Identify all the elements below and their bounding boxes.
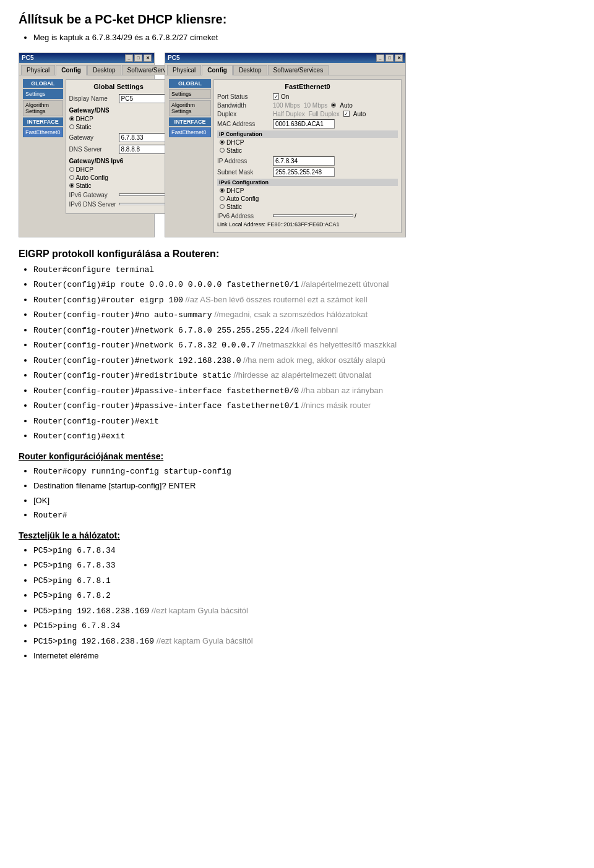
ipv6-slash: / <box>355 213 356 219</box>
tab-config-left[interactable]: Config <box>56 65 87 75</box>
ip-config-bar: IP Configuration <box>217 130 398 138</box>
ipv6-auto-row[interactable]: Auto Config <box>69 174 168 181</box>
test-code-0: PC5>ping 6.7.8.34 <box>33 546 116 555</box>
ipv6-cfg-auto-radio[interactable] <box>220 196 225 201</box>
maximize-button[interactable]: □ <box>134 54 142 62</box>
eigrp-comment-8: //ha abban az irányban <box>299 386 383 395</box>
gateway-static-row[interactable]: Static <box>69 124 168 130</box>
close-button[interactable]: ✕ <box>144 54 152 62</box>
ipv6-cfg-static-row[interactable]: Static <box>220 203 398 210</box>
tab-desktop-right[interactable]: Desktop <box>233 65 267 75</box>
right-window-titlebar: PC5 _ □ ✕ <box>165 53 405 63</box>
tab-physical-left[interactable]: Physical <box>21 65 55 75</box>
bandwidth-radios: 100 Mbps 10 Mbps Auto <box>273 102 353 109</box>
port-on-label: On <box>281 93 289 100</box>
ipv6-static-label: Static <box>76 182 92 189</box>
display-name-label: Display Name <box>69 95 119 102</box>
duplex-row: Duplex Half Duplex Full Duplex Auto <box>217 111 398 117</box>
test-item-1: PC5>ping 6.7.8.33 <box>33 559 575 572</box>
ipv6-cfg-static-radio[interactable] <box>220 204 225 209</box>
left-window-titlebar: PC5 _ □ ✕ <box>19 53 154 63</box>
ipv6-address-label: IPv6 Address <box>217 213 273 219</box>
sidebar-algorithm-left[interactable]: Algorithm Settings <box>23 100 63 116</box>
duplex-auto-checkbox[interactable] <box>343 111 350 117</box>
port-status-row: Port Status On <box>217 93 398 100</box>
tab-desktop-left[interactable]: Desktop <box>87 65 121 75</box>
ipv6-cfg-dhcp-label: DHCP <box>226 187 244 194</box>
save-code-3: Router# <box>33 511 67 520</box>
ip-address-value[interactable]: 6.7.8.34 <box>273 156 335 166</box>
ipv6-cfg-auto-row[interactable]: Auto Config <box>220 195 398 202</box>
display-name-row: Display Name PC5 <box>69 94 168 103</box>
eigrp-item-2: Router(config)#router eigrp 100 //az AS-… <box>33 294 575 307</box>
display-name-value[interactable]: PC5 <box>119 94 168 103</box>
tab-config-right[interactable]: Config <box>202 65 233 75</box>
tab-software-right[interactable]: Software/Services <box>268 65 329 75</box>
minimize-button-r[interactable]: _ <box>376 54 384 62</box>
bw-auto-label: Auto <box>340 102 353 109</box>
ipv6-cfg-auto-label: Auto Config <box>226 195 259 202</box>
ip-dhcp-radio[interactable] <box>220 140 225 145</box>
ipv6-static-row[interactable]: Static <box>69 182 168 189</box>
test-item-5: PC15>ping 6.7.8.34 <box>33 619 575 632</box>
subnet-row: Subnet Mask 255.255.255.248 <box>217 168 398 177</box>
bw-auto-radio[interactable] <box>331 103 336 108</box>
mac-value: 0001.636D.ACA1 <box>273 119 335 129</box>
eigrp-comment-9: //nincs másik router <box>299 401 371 410</box>
ipv6-dhcp-radio[interactable] <box>69 167 74 172</box>
mac-row: MAC Address 0001.636D.ACA1 <box>217 119 398 129</box>
eigrp-item-7: Router(config-router)#redistribute stati… <box>33 369 575 382</box>
ipv6-auto-radio[interactable] <box>69 175 74 180</box>
eigrp-item-9: Router(config-router)#passive-interface … <box>33 399 575 412</box>
ip-dhcp-row[interactable]: DHCP <box>220 139 398 146</box>
port-status-checkbox[interactable]: On <box>273 93 289 100</box>
left-panel-title: Global Settings <box>69 83 168 90</box>
tab-physical-right[interactable]: Physical <box>167 65 201 75</box>
gateway-static-radio[interactable] <box>69 124 74 129</box>
save-text-2: [OK] <box>33 496 50 505</box>
ipv6-address-input[interactable] <box>273 215 353 217</box>
sidebar-algorithm-right[interactable]: Algorithm Settings <box>169 100 211 116</box>
ipv6-static-radio[interactable] <box>69 183 74 188</box>
sidebar-settings-right[interactable]: Settings <box>169 89 211 99</box>
bw-10-label: 10 Mbps <box>304 102 327 109</box>
duplex-label: Duplex <box>217 111 273 117</box>
gateway-section-label: Gateway/DNS <box>69 107 168 114</box>
minimize-button[interactable]: _ <box>125 54 133 62</box>
maximize-button-r[interactable]: □ <box>385 54 394 62</box>
ip-static-radio[interactable] <box>220 148 225 153</box>
test-item-4: PC5>ping 192.168.238.169 //ezt kaptam Gy… <box>33 605 575 618</box>
eigrp-comment-1: //alapértelmezett útvonal <box>299 279 389 289</box>
gateway-dhcp-label: DHCP <box>76 116 93 122</box>
duplex-auto-label: Auto <box>353 111 366 117</box>
dns-input[interactable]: 8.8.8.8 <box>119 145 168 154</box>
eigrp-code-8: Router(config-router)#passive-interface … <box>33 386 299 396</box>
eigrp-item-3: Router(config-router)#no auto-summary //… <box>33 308 575 321</box>
bandwidth-row: Bandwidth 100 Mbps 10 Mbps Auto <box>217 102 398 109</box>
sidebar-fastethernet-left[interactable]: FastEthernet0 <box>23 127 63 137</box>
sidebar-fastethernet-right[interactable]: FastEthernet0 <box>169 127 211 137</box>
subnet-value[interactable]: 255.255.255.248 <box>273 168 335 177</box>
ipv6-section-label: Gateway/DNS Ipv6 <box>69 158 168 164</box>
ipv6-dhcp-row[interactable]: DHCP <box>69 166 168 173</box>
left-main-panel: Global Settings Display Name PC5 Gateway… <box>66 79 172 214</box>
ipv6-cfg-dhcp-radio[interactable] <box>220 188 225 193</box>
eigrp-item-4: Router(config-router)#network 6.7.8.0 25… <box>33 324 575 337</box>
test-code-2: PC5>ping 6.7.8.1 <box>33 576 111 585</box>
gateway-dhcp-radio[interactable] <box>69 116 74 121</box>
gateway-dhcp-row[interactable]: DHCP <box>69 116 168 122</box>
port-status-label: Port Status <box>217 93 273 100</box>
test-list: PC5>ping 6.7.8.34 PC5>ping 6.7.8.33 PC5>… <box>33 544 575 662</box>
save-text-1: Destination filename [startup-config]? E… <box>33 481 196 490</box>
ipv6-dns-input[interactable] <box>119 203 168 205</box>
close-button-r[interactable]: ✕ <box>395 54 403 62</box>
port-on-checkbox[interactable] <box>273 93 279 100</box>
left-win-tabs: Physical Config Desktop Software/Service… <box>19 63 154 75</box>
ipv6-gateway-input[interactable] <box>119 194 168 196</box>
gateway-input[interactable]: 6.7.8.33 <box>119 133 168 142</box>
section2-heading: EIGRP protokoll konfigurálása a Routeren… <box>19 249 575 260</box>
left-pc-window: PC5 _ □ ✕ Physical Config Desktop Softwa… <box>19 53 155 237</box>
ip-static-row[interactable]: Static <box>220 147 398 154</box>
sidebar-settings-left[interactable]: Settings <box>23 89 63 99</box>
ipv6-cfg-dhcp-row[interactable]: DHCP <box>220 187 398 194</box>
